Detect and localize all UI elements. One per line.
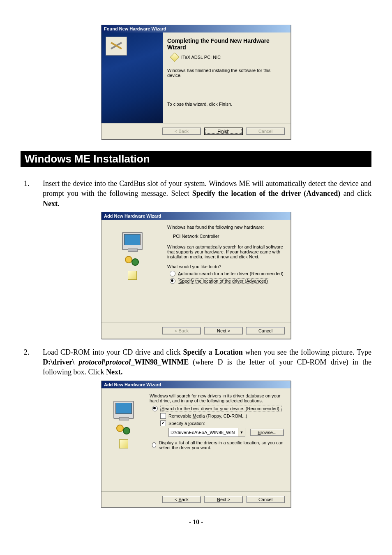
checkbox-icon [160,420,166,426]
radio-specify-location[interactable]: Specify the location of the driver (Adva… [170,278,284,284]
radio-icon [170,278,175,284]
wizard-question: What would you like to do? [167,264,284,269]
found-hardware-text: Windows has found the following new hard… [167,225,284,230]
browse-button[interactable]: Browse... [250,429,284,436]
wizard-sidebar-graphic [101,220,163,323]
radio-icon [152,406,158,411]
wizard-sidebar-graphic [101,33,163,123]
checkbox-specify-location[interactable]: Specify a location: [160,420,284,426]
section-heading: Windows ME Installation [21,151,371,167]
radio-search-best-driver[interactable]: Search for the best driver for your devi… [152,406,284,411]
location-path-combo[interactable]: ▼ [168,428,245,437]
cancel-button: Cancel [246,128,285,135]
step-2: Load CD-ROM into your CD drive and click… [31,347,371,377]
diamond-icon [128,271,137,280]
back-button[interactable]: < Back [162,496,201,503]
titlebar: Found New Hardware Wizard [101,25,291,33]
device-icon [170,53,180,62]
found-new-hardware-wizard: Found New Hardware Wizard Completing the… [101,25,291,139]
next-button[interactable]: Next > [204,327,243,334]
radio-automatic-search[interactable]: Automatic search for a better driver (Re… [170,271,284,276]
add-new-hardware-wizard-2: Add New Hardware Wizard Windows will sea… [101,381,291,508]
wizard-close-hint: To close this wizard, click Finish. [167,102,284,107]
hardware-icon [109,40,123,52]
checkbox-icon [160,413,166,419]
back-button: < Back [162,128,201,135]
radio-icon [170,271,175,276]
add-new-hardware-wizard-1: Add New Hardware Wizard Windows has foun… [101,212,291,339]
cancel-button[interactable]: Cancel [246,496,285,503]
wizard-heading: Completing the Found New Hardware Wizard [167,37,284,51]
wizard-sidebar-graphic [101,388,145,491]
step-1: Insert the device into the CardBus slot … [31,179,371,209]
gears-icon [124,254,141,267]
location-path-input[interactable] [169,428,238,437]
wizard-description: Windows will search for new drivers in i… [150,393,284,403]
radio-display-list[interactable]: Display a list of all the drivers in a s… [152,440,284,450]
finish-button[interactable]: Finish [204,128,243,135]
device-name: ITeX ADSL PCI NIC [181,55,221,60]
monitor-icon [113,401,134,419]
wizard-description: Windows can automatically search for and… [167,244,284,259]
radio-icon [152,442,156,448]
monitor-icon [122,232,143,250]
wizard-status-text: Windows has finished installing the soft… [167,68,284,78]
titlebar: Add New Hardware Wizard [101,381,291,388]
page-number: - 10 - [21,518,371,526]
diamond-icon [119,439,128,448]
chevron-down-icon[interactable]: ▼ [238,428,245,437]
titlebar: Add New Hardware Wizard [101,212,291,220]
back-button: < Back [162,327,201,334]
device-name: PCI Network Controller [173,234,284,239]
next-button[interactable]: Next > [204,496,243,503]
cancel-button[interactable]: Cancel [246,327,285,334]
gears-icon [115,423,132,435]
checkbox-removable-media[interactable]: Removable Media (Floppy, CD-ROM...) [160,413,284,419]
